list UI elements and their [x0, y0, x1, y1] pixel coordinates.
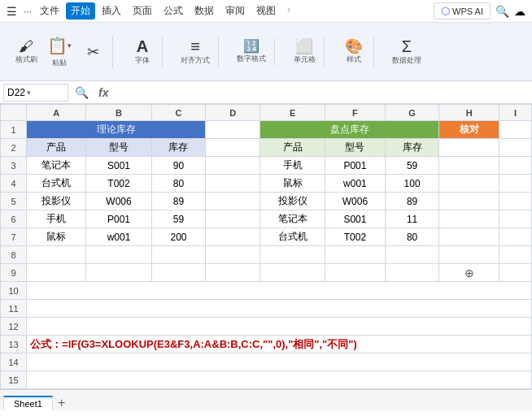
zoom-icon[interactable]: 🔍: [72, 86, 92, 99]
cell-g7[interactable]: 80: [385, 228, 439, 246]
menu-home[interactable]: 开始: [66, 2, 95, 20]
cell-d3[interactable]: [206, 157, 260, 175]
cell-f8[interactable]: [325, 246, 385, 264]
cell-a4[interactable]: 台式机: [27, 175, 86, 193]
menu-data[interactable]: 数据: [190, 2, 219, 20]
formula-input[interactable]: [115, 87, 529, 98]
search-icon[interactable]: 🔍: [495, 5, 509, 18]
cell-g6[interactable]: 11: [385, 210, 439, 228]
cell-i3[interactable]: [499, 157, 531, 175]
cell-i4[interactable]: [499, 175, 531, 193]
cell-d2[interactable]: [206, 139, 260, 157]
font-button[interactable]: A 字体: [128, 37, 157, 67]
cell-g5[interactable]: 89: [385, 193, 439, 210]
cell-h3[interactable]: [439, 157, 499, 175]
cell-a1[interactable]: 理论库存: [27, 121, 206, 139]
paste-button[interactable]: 📋 ▾: [44, 36, 75, 55]
cell-c6[interactable]: 59: [151, 210, 206, 228]
cell-g9[interactable]: [385, 264, 439, 282]
menu-insert[interactable]: 插入: [97, 2, 126, 20]
cell-d8[interactable]: [206, 246, 260, 264]
cell-i5[interactable]: [499, 193, 531, 210]
menu-formula[interactable]: 公式: [159, 2, 188, 20]
cell-b5[interactable]: W006: [86, 193, 151, 210]
cell-c7[interactable]: 200: [151, 228, 206, 246]
cell-e7[interactable]: 台式机: [260, 228, 325, 246]
cell-formula-row[interactable]: 公式：=IF(G3=XLOOKUP(E3&F3,A:A&B:B,C:C,"",0…: [27, 336, 532, 353]
menu-file[interactable]: 文件: [35, 2, 64, 20]
cell-e5[interactable]: 投影仪: [260, 193, 325, 210]
cell-a8[interactable]: [27, 246, 86, 264]
cell-h8[interactable]: [439, 246, 499, 264]
cell-f4[interactable]: w001: [325, 175, 385, 193]
cell-g4[interactable]: 100: [385, 175, 439, 193]
cell-a7[interactable]: 鼠标: [27, 228, 86, 246]
cells-button[interactable]: ⬜ 单元格: [290, 37, 319, 67]
cell-b8[interactable]: [86, 246, 151, 264]
cell-e6[interactable]: 笔记本: [260, 210, 325, 228]
cell-i2[interactable]: [499, 139, 531, 157]
cell-e9[interactable]: [260, 264, 325, 282]
cell-d4[interactable]: [206, 175, 260, 193]
cell-h9[interactable]: ⊕: [439, 264, 499, 282]
cell-d1[interactable]: [206, 121, 260, 139]
cell-f5[interactable]: W006: [325, 193, 385, 210]
cell-e4[interactable]: 鼠标: [260, 175, 325, 193]
wps-ai-button[interactable]: ⬡ WPS AI: [434, 2, 491, 20]
cell-e8[interactable]: [260, 246, 325, 264]
format-brush-button[interactable]: 🖌 格式刷: [11, 37, 41, 67]
cell-c2[interactable]: 库存: [151, 139, 206, 157]
cell-i1[interactable]: [499, 121, 531, 139]
cell-h7[interactable]: [439, 228, 499, 246]
cell-b2[interactable]: 型号: [86, 139, 151, 157]
cell-a3[interactable]: 笔记本: [27, 157, 86, 175]
cell-i8[interactable]: [499, 246, 531, 264]
cell-row14[interactable]: [27, 353, 532, 371]
col-header-i[interactable]: I: [499, 105, 531, 121]
cell-d9[interactable]: [206, 264, 260, 282]
cell-i6[interactable]: [499, 210, 531, 228]
cell-d7[interactable]: [206, 228, 260, 246]
number-format-button[interactable]: 🔢 数字格式: [233, 38, 269, 66]
cloud-icon[interactable]: ☁: [514, 5, 525, 18]
cell-c9[interactable]: [151, 264, 206, 282]
cell-f9[interactable]: [325, 264, 385, 282]
sheet-tab-1[interactable]: Sheet1: [3, 396, 53, 410]
cell-c3[interactable]: 90: [151, 157, 206, 175]
cell-d5[interactable]: [206, 193, 260, 210]
cell-e3[interactable]: 手机: [260, 157, 325, 175]
cell-c8[interactable]: [151, 246, 206, 264]
col-header-h[interactable]: H: [439, 105, 499, 121]
cell-a6[interactable]: 手机: [27, 210, 86, 228]
cell-h5[interactable]: [439, 193, 499, 210]
cell-g3[interactable]: 59: [385, 157, 439, 175]
cell-c5[interactable]: 89: [151, 193, 206, 210]
cell-f7[interactable]: T002: [325, 228, 385, 246]
cell-f3[interactable]: P001: [325, 157, 385, 175]
cell-e1[interactable]: 盘点库存: [260, 121, 439, 139]
cell-b7[interactable]: w001: [86, 228, 151, 246]
col-header-d[interactable]: D: [206, 105, 260, 121]
dots-menu[interactable]: ···: [24, 6, 32, 17]
cell-i7[interactable]: [499, 228, 531, 246]
cell-ref-dropdown[interactable]: ▾: [27, 89, 31, 97]
cell-g2[interactable]: 库存: [385, 139, 439, 157]
col-header-a[interactable]: A: [27, 105, 86, 121]
cell-row15[interactable]: [27, 371, 532, 389]
cell-f6[interactable]: S001: [325, 210, 385, 228]
cell-h4[interactable]: [439, 175, 499, 193]
menu-review[interactable]: 审阅: [220, 2, 250, 20]
cell-h1[interactable]: 核对: [439, 121, 499, 139]
cell-b3[interactable]: S001: [86, 157, 151, 175]
cell-row12[interactable]: [27, 318, 532, 336]
cell-b9[interactable]: [86, 264, 151, 282]
cell-a2[interactable]: 产品: [27, 139, 86, 157]
cell-h6[interactable]: [439, 210, 499, 228]
cell-e2[interactable]: 产品: [260, 139, 325, 157]
col-header-g[interactable]: G: [385, 105, 439, 121]
cell-b4[interactable]: T002: [86, 175, 151, 193]
align-button[interactable]: ≡ 对齐方式: [177, 37, 213, 67]
cell-row11[interactable]: [27, 300, 532, 318]
fx-icon[interactable]: fx: [95, 86, 111, 99]
add-sheet-button[interactable]: +: [55, 396, 68, 410]
